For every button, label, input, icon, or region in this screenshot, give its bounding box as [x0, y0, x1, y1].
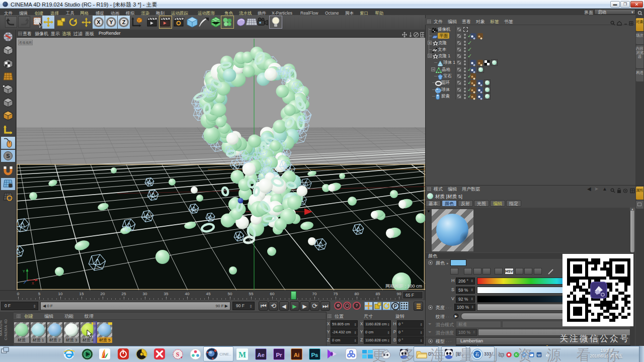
svg-text:M: M [238, 350, 246, 358]
svg-text:Z: Z [122, 19, 126, 25]
svg-text:Y: Y [109, 19, 113, 25]
svg-text:P: P [394, 304, 397, 309]
svg-text:X: X [97, 19, 101, 25]
svg-text:S: S [6, 153, 10, 159]
svg-text:Ae: Ae [257, 351, 265, 357]
svg-text:X: X [32, 282, 34, 285]
svg-text:Pr: Pr [276, 351, 282, 357]
svg-text:Y: Y [23, 269, 25, 273]
svg-text:Ps: Ps [311, 351, 318, 357]
svg-text:网格间距 : 100 cm: 网格间距 : 100 cm [385, 284, 422, 289]
svg-text:S: S [176, 351, 179, 358]
svg-text:Ai: Ai [293, 351, 299, 357]
